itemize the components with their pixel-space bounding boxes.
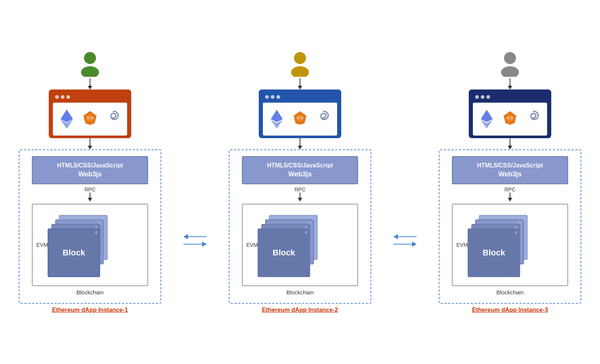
blockchain-box-3: EVM 1 2 3 4 Block xyxy=(452,204,568,286)
blockchain-label-3: Blockchain xyxy=(496,289,524,295)
frontend-box-1: HTML5/CSS/JavaScript Web3js xyxy=(32,156,148,184)
block-stack-1: 1 2 3 4 Block xyxy=(48,215,123,279)
svg-point-1 xyxy=(81,66,99,77)
swirl-icon-1 xyxy=(106,109,120,129)
instance-2-column: HTML5/CSS/JavaScript Web3js RPC EVM 1 2 … xyxy=(229,51,371,313)
h-line-3 xyxy=(398,236,417,237)
svg-marker-22 xyxy=(481,110,493,122)
arrow-user-to-browser-2 xyxy=(298,78,302,90)
h-line-2 xyxy=(183,244,202,245)
browser-bar-1 xyxy=(53,94,127,100)
eth-icon-3 xyxy=(480,109,494,129)
frontend-box-2: HTML5/CSS/JavaScript Web3js xyxy=(242,156,358,184)
instance-1-column: HTML5/CSS/JavaScript Web3js RPC EVM 1 xyxy=(19,51,161,313)
instance-title-2: Ethereum dApp Instance-2 xyxy=(262,307,338,313)
browser-3 xyxy=(469,90,551,138)
svg-point-29 xyxy=(511,118,512,119)
dot-7 xyxy=(475,95,479,99)
evm-label-3: EVM xyxy=(456,242,468,248)
dot-5 xyxy=(271,95,274,99)
block-card-2-4: 4 Block xyxy=(258,228,310,277)
instance-3-column: HTML5/CSS/JavaScript Web3js RPC EVM 1 2 … xyxy=(439,51,581,313)
frontend-label-1: HTML5/CSS/JavaScript xyxy=(36,162,144,169)
svg-point-0 xyxy=(84,52,96,64)
h-arrow-2-3 xyxy=(394,234,416,247)
fox-icon-3 xyxy=(501,110,519,128)
eth-icon-2 xyxy=(270,109,284,129)
fox-icon-2 xyxy=(291,110,309,128)
arrow-right-1 xyxy=(202,242,207,247)
arrow-browser-to-instance-3 xyxy=(508,138,512,149)
browser-body-1 xyxy=(53,103,127,136)
block-card-1-4: 4 Block xyxy=(48,228,100,277)
diagram: HTML5/CSS/JavaScript Web3js RPC EVM 1 xyxy=(8,43,592,321)
browser-bar-3 xyxy=(473,94,547,100)
instance-box-3: HTML5/CSS/JavaScript Web3js RPC EVM 1 2 … xyxy=(439,149,581,304)
h-line-1 xyxy=(188,236,207,237)
svg-point-11 xyxy=(291,66,309,77)
user-icon-2 xyxy=(289,51,311,77)
block-stack-3: 1 2 3 4 Block xyxy=(468,215,543,279)
svg-point-28 xyxy=(507,118,508,119)
instance-title-3: Ethereum dApp Instance-3 xyxy=(472,307,548,313)
frontend-box-3: HTML5/CSS/JavaScript Web3js xyxy=(452,156,568,184)
dot-9 xyxy=(486,95,490,99)
user-icon-3 xyxy=(499,51,521,77)
block-card-3-4: 4 Block xyxy=(468,228,520,277)
dot-1 xyxy=(55,95,59,99)
instance-box-1: HTML5/CSS/JavaScript Web3js RPC EVM 1 xyxy=(19,149,161,304)
dot-2 xyxy=(61,95,64,99)
svg-point-19 xyxy=(301,118,302,119)
block-label-3: Block xyxy=(468,229,519,276)
arrow-left-2 xyxy=(393,234,398,239)
h-arrow-1-2 xyxy=(184,234,206,247)
web3js-label-3: Web3js xyxy=(456,170,564,178)
blockchain-box-1: EVM 1 2 3 4 xyxy=(32,204,148,286)
arrow-left-1 xyxy=(183,234,188,239)
arrow-browser-to-instance-2 xyxy=(298,138,302,149)
web3js-label-1: Web3js xyxy=(36,170,144,178)
evm-label-2: EVM xyxy=(246,242,258,248)
frontend-label-2: HTML5/CSS/JavaScript xyxy=(246,162,354,169)
evm-label-1: EVM xyxy=(36,242,48,248)
block-stack-2: 1 2 3 4 Block xyxy=(258,215,333,279)
svg-marker-2 xyxy=(61,110,73,122)
instance-title-1: Ethereum dApp Instance-1 xyxy=(52,307,128,313)
browser-body-2 xyxy=(263,103,337,136)
arrow-right-2 xyxy=(412,242,417,247)
blockchain-label-2: Blockchain xyxy=(286,289,314,295)
eth-icon-1 xyxy=(60,109,74,129)
fox-icon-1 xyxy=(81,110,99,128)
h-line-4 xyxy=(393,244,412,245)
instance-box-2: HTML5/CSS/JavaScript Web3js RPC EVM 1 2 … xyxy=(229,149,371,304)
blockchain-box-2: EVM 1 2 3 4 Block xyxy=(242,204,358,286)
svg-point-8 xyxy=(87,118,88,119)
svg-point-10 xyxy=(294,52,306,64)
rpc-label-3: RPC xyxy=(504,186,516,192)
rpc-section-2: RPC xyxy=(294,186,306,201)
browser-1 xyxy=(49,90,131,138)
block-label-2: Block xyxy=(258,229,309,276)
rpc-section-3: RPC xyxy=(504,186,516,201)
arrow-user-to-browser-3 xyxy=(508,78,512,90)
rpc-section-1: RPC xyxy=(84,186,96,201)
dot-3 xyxy=(66,95,70,99)
swirl-icon-3 xyxy=(526,109,540,129)
rpc-label-1: RPC xyxy=(84,186,96,192)
dot-4 xyxy=(265,95,269,99)
browser-body-3 xyxy=(473,103,547,136)
arrow-user-to-browser-1 xyxy=(88,78,92,90)
user-icon-1 xyxy=(79,51,101,77)
blockchain-label-1: Blockchain xyxy=(76,289,104,295)
frontend-label-3: HTML5/CSS/JavaScript xyxy=(456,162,564,169)
swirl-icon-2 xyxy=(316,109,330,129)
dot-6 xyxy=(276,95,280,99)
svg-point-9 xyxy=(91,118,92,119)
svg-point-18 xyxy=(297,118,298,119)
web3js-label-2: Web3js xyxy=(246,170,354,178)
browser-bar-2 xyxy=(263,94,337,100)
svg-point-20 xyxy=(504,52,516,64)
rpc-label-2: RPC xyxy=(294,186,306,192)
svg-marker-12 xyxy=(271,110,283,122)
block-label-1: Block xyxy=(48,229,99,276)
